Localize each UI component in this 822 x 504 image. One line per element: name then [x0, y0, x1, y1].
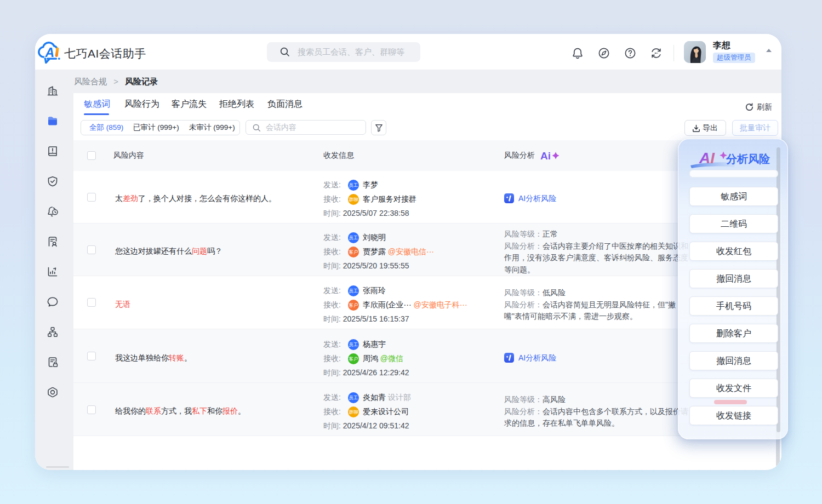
svg-text:A: A [45, 45, 55, 60]
svg-text:Ai: Ai [540, 150, 551, 162]
svg-text:AI: AI [699, 150, 715, 167]
svg-text:分析风险: 分析风险 [726, 153, 770, 165]
